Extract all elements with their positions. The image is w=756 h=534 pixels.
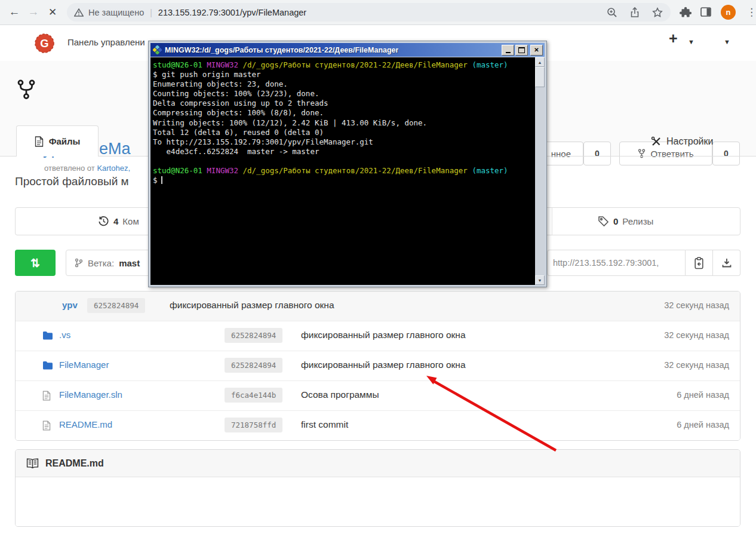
fork-count[interactable]: 0 — [712, 142, 740, 165]
download-archive-button[interactable] — [713, 250, 740, 276]
terminal-cursor-line[interactable]: $ — [153, 176, 535, 185]
file-name-link[interactable]: FileManager.sln — [59, 389, 122, 400]
folder-icon — [42, 331, 53, 342]
scrollbar-thumb[interactable] — [535, 67, 545, 87]
forked-from-link[interactable]: Kartohez, — [97, 164, 130, 173]
star-button-label: нное — [551, 149, 571, 159]
compare-icon: ⇅ — [30, 256, 40, 270]
commit-hash-badge[interactable]: 6252824894 — [225, 358, 282, 373]
browser-menu-icon[interactable]: ⋮ — [746, 5, 756, 20]
terminal-prompt-line: stud@N26-01 MINGW32 /d/_gogs/Работы студ… — [153, 166, 535, 176]
branch-selector[interactable]: Ветка: mast — [66, 250, 156, 276]
commit-hash-badge[interactable]: 6252824894 — [225, 328, 282, 343]
commit-hash-badge[interactable]: f6ca4e144b — [225, 388, 282, 403]
readme-title: README.md — [45, 458, 104, 469]
branch-icon — [75, 258, 83, 268]
commit-message[interactable]: Осова программы — [301, 389, 379, 400]
file-icon — [35, 136, 44, 147]
address-separator: | — [150, 8, 152, 17]
clone-url-input[interactable]: http://213.155.192.79:3001, — [547, 250, 686, 276]
terminal-line: Enumerating objects: 23, done. — [153, 79, 535, 89]
terminal-cursor — [161, 176, 163, 184]
commit-message[interactable]: фиксированный размер главного окна — [301, 360, 466, 370]
download-icon — [721, 257, 732, 268]
tab-files[interactable]: Файлы — [16, 125, 99, 156]
commit-hash-badge[interactable]: 6252824894 — [87, 298, 145, 313]
stats-divider — [552, 208, 552, 235]
security-label: Не защищено — [88, 8, 144, 17]
share-icon[interactable] — [629, 7, 641, 19]
mingw-terminal-window[interactable]: MINGW32:/d/_gogs/Работы студентов/2021-2… — [148, 41, 547, 287]
readme-body — [16, 477, 740, 526]
nav-plus-icon[interactable]: + — [669, 30, 678, 47]
nav-user-caret-icon[interactable]: ▼ — [724, 38, 730, 45]
file-row: .vs 6252824894 фиксированный размер глав… — [16, 321, 740, 351]
commit-age: 32 секунд назад — [664, 300, 729, 310]
browser-profile-avatar[interactable]: n — [721, 5, 736, 20]
scroll-up-icon[interactable]: ▲ — [535, 57, 545, 67]
browser-toolbar: ← → ✕ Не защищено | 213.155.192.79:3001/… — [0, 0, 756, 25]
copy-clone-url-button[interactable] — [686, 250, 713, 276]
close-button[interactable]: ✕ — [530, 45, 543, 56]
bookmark-star-icon[interactable] — [651, 7, 663, 19]
commit-author-link[interactable]: ypv — [62, 300, 78, 310]
nav-dashboard-link[interactable]: Панель управлени — [67, 37, 145, 47]
side-panel-icon[interactable] — [700, 6, 712, 18]
extensions-puzzle-icon[interactable] — [680, 6, 692, 19]
commit-message[interactable]: first commit — [301, 419, 348, 430]
stat-releases[interactable]: 0 Релизы — [598, 208, 653, 235]
commit-message[interactable]: фиксированный размер главного окна — [301, 330, 466, 340]
stop-button[interactable]: ✕ — [44, 4, 61, 20]
commit-hash-badge[interactable]: 7218758ffd — [225, 418, 282, 432]
file-name-link[interactable]: .vs — [59, 330, 70, 340]
file-icon — [42, 391, 51, 403]
terminal-line: Writing objects: 100% (12/12), 2.42 KiB … — [153, 118, 535, 128]
svg-text:G: G — [40, 37, 48, 50]
tab-settings[interactable]: Настройки — [651, 136, 713, 147]
terminal-line: Compressing objects: 100% (8/8), done. — [153, 108, 535, 118]
fork-button-label: Ответвить — [650, 149, 693, 159]
commits-count: 4 — [113, 216, 118, 226]
scroll-down-icon[interactable]: ▼ — [535, 275, 545, 285]
forked-from-label: ответвлено от — [44, 164, 95, 173]
minimize-button[interactable] — [502, 45, 514, 56]
forward-button[interactable]: → — [25, 4, 42, 20]
tab-files-label: Файлы — [49, 136, 81, 146]
back-button[interactable]: ← — [6, 4, 23, 20]
zoom-icon[interactable] — [606, 7, 618, 19]
compare-button[interactable]: ⇅ — [15, 250, 56, 276]
screen: ← → ✕ Не защищено | 213.155.192.79:3001/… — [0, 0, 756, 534]
gogs-logo[interactable]: G — [34, 33, 55, 54]
star-count[interactable]: 0 — [583, 142, 611, 165]
file-icon — [42, 421, 51, 433]
tab-settings-label: Настройки — [666, 136, 713, 147]
history-icon — [98, 216, 109, 227]
terminal-titlebar[interactable]: MINGW32:/d/_gogs/Работы студентов/2021-2… — [150, 43, 545, 57]
git-bash-icon — [153, 45, 162, 54]
terminal-line: $ git push origin master — [153, 70, 535, 79]
file-name-link[interactable]: README.md — [59, 419, 112, 429]
commit-age: 6 дней назад — [677, 420, 729, 429]
repo-description: Простой файловый м — [15, 175, 129, 188]
book-icon — [26, 458, 39, 468]
file-row: README.md 7218758ffd first commit 6 дней… — [16, 410, 740, 440]
stat-commits[interactable]: 4 Ком — [98, 208, 139, 235]
file-name-link[interactable]: FileManager — [59, 360, 109, 370]
maximize-button[interactable] — [515, 45, 528, 56]
terminal-console[interactable]: stud@N26-01 MINGW32 /d/_gogs/Работы студ… — [150, 57, 535, 285]
tag-icon — [598, 216, 609, 227]
file-table: ypv 6252824894 фиксированный размер глав… — [15, 291, 740, 441]
terminal-scrollbar[interactable]: ▲ ▼ — [535, 57, 545, 285]
terminal-title: MINGW32:/d/_gogs/Работы студентов/2021-2… — [165, 46, 398, 54]
latest-commit-row: ypv 6252824894 фиксированный размер глав… — [16, 291, 740, 321]
terminal-line: Total 12 (delta 6), reused 0 (delta 0) — [153, 128, 535, 137]
readme-header: README.md — [16, 450, 740, 477]
releases-count: 0 — [613, 216, 618, 226]
nav-plus-caret-icon[interactable]: ▼ — [688, 38, 694, 45]
readme-panel: README.md — [15, 449, 740, 527]
file-row: FileManager 6252824894 фиксированный раз… — [16, 351, 740, 380]
address-bar[interactable]: Не защищено | 213.155.192.79:3001/ypv/Fi… — [67, 3, 671, 22]
releases-label: Релизы — [622, 216, 653, 226]
repo-forked-from: ответвлено от Kartohez, — [44, 164, 130, 173]
commit-message[interactable]: фиксированный размер главного окна — [170, 300, 334, 311]
